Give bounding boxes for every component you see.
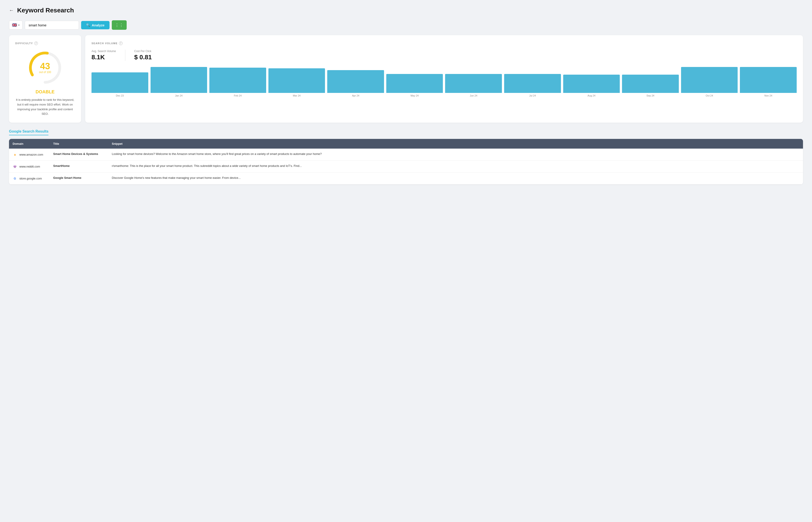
- bar-col: Nov 24: [740, 67, 797, 97]
- metric-divider: [125, 49, 125, 61]
- column-domain: Domain: [9, 139, 49, 148]
- bar: [681, 67, 738, 93]
- bar-col: Jul 24: [504, 74, 561, 97]
- title-cell: Smart Home Devices & Systems: [49, 148, 108, 161]
- domain-name: store.google.com: [19, 177, 42, 180]
- difficulty-label: DIFFICULTY ?: [15, 41, 75, 45]
- analyze-button[interactable]: 🔍 Analyze: [81, 21, 109, 29]
- bar-label: Apr 24: [352, 94, 359, 97]
- bar: [740, 67, 797, 93]
- bar: [209, 68, 266, 93]
- results-table: Domain Title Snippet a www.amazon.com Sm…: [9, 139, 803, 184]
- result-title: Google Smart Home: [53, 176, 81, 180]
- page-header: ← Keyword Research: [9, 7, 803, 14]
- title-cell: SmartHome: [49, 161, 108, 173]
- bar: [622, 75, 679, 93]
- bar-label: May 24: [411, 94, 419, 97]
- bar-label: Jan 24: [175, 94, 183, 97]
- bar-label: Nov 24: [765, 94, 772, 97]
- difficulty-card: DIFFICULTY ? 43 out of 100 DOABLE It is …: [9, 35, 81, 123]
- table-row: 👾 www.reddit.com SmartHome r/smarthome: …: [9, 161, 803, 173]
- bar-label: Mar 24: [293, 94, 300, 97]
- dots-icon: ⋮⋮: [115, 23, 124, 27]
- result-title: Smart Home Devices & Systems: [53, 152, 98, 156]
- search-volume-help-icon[interactable]: ?: [119, 41, 123, 45]
- bar-label: Aug 24: [587, 94, 596, 97]
- favicon-icon: 👾: [13, 164, 17, 169]
- page-title: Keyword Research: [17, 7, 74, 14]
- search-icon: 🔍: [86, 23, 90, 27]
- snippet-cell: Looking for smart home devices? Welcome …: [108, 148, 803, 161]
- back-button[interactable]: ←: [9, 7, 14, 13]
- google-results-section: Google Search Results: [9, 129, 803, 135]
- keyword-input[interactable]: [25, 21, 79, 29]
- bar-col: Jun 24: [445, 74, 502, 97]
- bar-label: Feb 24: [234, 94, 242, 97]
- difficulty-donut: 43 out of 100: [27, 49, 63, 86]
- difficulty-score: 43: [39, 62, 51, 71]
- domain-name: www.reddit.com: [19, 165, 40, 168]
- table-header-row: Domain Title Snippet: [9, 139, 803, 148]
- bar-col: Jan 24: [150, 67, 207, 97]
- difficulty-description: It is entirely possible to rank for this…: [16, 98, 75, 116]
- bar: [91, 73, 148, 93]
- flag-icon: 🇬🇧: [12, 23, 17, 27]
- bar-col: Mar 24: [268, 68, 325, 97]
- cpc-value: $ 0.81: [134, 54, 152, 61]
- bar: [445, 74, 502, 93]
- bar: [386, 74, 443, 93]
- bar-label: Dec 23: [116, 94, 124, 97]
- bar-label: Sep 24: [647, 94, 654, 97]
- domain-cell: 👾 www.reddit.com: [9, 161, 49, 173]
- result-title: SmartHome: [53, 164, 70, 167]
- table-header: Domain Title Snippet: [9, 139, 803, 148]
- search-volume-card: SEARCH VOLUME ? Avg. Search Volume 8.1K …: [85, 35, 803, 123]
- bar-col: Sep 24: [622, 75, 679, 97]
- column-title: Title: [49, 139, 108, 148]
- bar: [563, 75, 620, 93]
- bar-chart: Dec 23 Jan 24 Feb 24 Mar 24 Apr 24 May 2…: [91, 65, 797, 97]
- bar-label: Oct 24: [706, 94, 713, 97]
- avg-volume-group: Avg. Search Volume 8.1K: [91, 49, 116, 61]
- cpc-label: Cost Per Click: [134, 49, 152, 53]
- table-row: G store.google.com Google Smart Home Dis…: [9, 173, 803, 184]
- favicon-icon: a: [13, 152, 17, 157]
- bar-label: Jul 24: [529, 94, 536, 97]
- chevron-down-icon: ▾: [18, 24, 20, 26]
- bar-label: Jun 24: [470, 94, 477, 97]
- domain-cell: G store.google.com: [9, 173, 49, 184]
- table-body: a www.amazon.com Smart Home Devices & Sy…: [9, 148, 803, 184]
- favicon-icon: G: [13, 176, 17, 181]
- bar: [504, 74, 561, 93]
- bar-col: May 24: [386, 74, 443, 97]
- difficulty-rating: DOABLE: [15, 89, 75, 95]
- cpc-group: Cost Per Click $ 0.81: [134, 49, 152, 61]
- table-row: a www.amazon.com Smart Home Devices & Sy…: [9, 148, 803, 161]
- difficulty-out-of: out of 100: [39, 71, 51, 74]
- language-selector[interactable]: 🇬🇧 ▾: [9, 21, 23, 29]
- snippet-cell: Discover Google Home's new features that…: [108, 173, 803, 184]
- more-options-button[interactable]: ⋮⋮: [112, 20, 127, 30]
- search-volume-label: SEARCH VOLUME ?: [91, 41, 797, 45]
- difficulty-help-icon[interactable]: ?: [34, 41, 38, 45]
- metrics-cards-row: DIFFICULTY ? 43 out of 100 DOABLE It is …: [9, 35, 803, 123]
- bar-col: Oct 24: [681, 67, 738, 97]
- bar-col: Feb 24: [209, 68, 266, 97]
- bar: [268, 68, 325, 93]
- volume-metrics: Avg. Search Volume 8.1K Cost Per Click $…: [91, 49, 797, 61]
- column-snippet: Snippet: [108, 139, 803, 148]
- bar-col: Apr 24: [327, 70, 384, 97]
- bar-col: Dec 23: [91, 73, 148, 97]
- donut-center: 43 out of 100: [39, 62, 51, 74]
- bar: [150, 67, 207, 93]
- bar-col: Aug 24: [563, 75, 620, 97]
- search-bar: 🇬🇧 ▾ 🔍 Analyze ⋮⋮: [9, 20, 803, 30]
- bar: [327, 70, 384, 93]
- domain-name: www.amazon.com: [19, 153, 43, 156]
- title-cell: Google Smart Home: [49, 173, 108, 184]
- domain-cell: a www.amazon.com: [9, 148, 49, 161]
- analyze-label: Analyze: [92, 23, 105, 27]
- avg-volume-label: Avg. Search Volume: [91, 49, 116, 53]
- avg-volume-value: 8.1K: [91, 54, 116, 61]
- google-results-title: Google Search Results: [9, 129, 48, 135]
